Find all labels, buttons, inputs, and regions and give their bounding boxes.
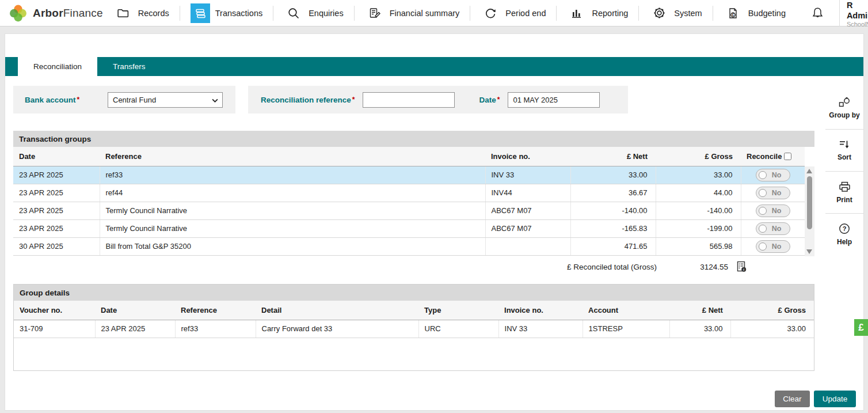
group-by-button[interactable]: Group by xyxy=(825,87,863,129)
records-folder-icon xyxy=(113,3,133,23)
cell-date: 23 APR 2025 xyxy=(95,320,175,338)
bell-icon xyxy=(811,6,824,20)
date-input[interactable] xyxy=(508,92,600,108)
table-row[interactable]: 23 APR 2025 Termly Council Narrative ABC… xyxy=(13,202,805,219)
nav-budgeting[interactable]: £ Budgeting xyxy=(713,0,796,26)
cell-reference: ref33 xyxy=(100,166,485,184)
group-details-section: Group details Voucher no. Date Reference… xyxy=(13,284,814,371)
table-row[interactable]: 23 APR 2025 ref33 INV 33 33.00 33.00 No xyxy=(13,166,805,184)
toggle-knob xyxy=(759,225,767,233)
nav-reporting-label: Reporting xyxy=(592,9,628,18)
nav-budgeting-label: Budgeting xyxy=(748,9,786,18)
col-voucher[interactable]: Voucher no. xyxy=(14,301,95,320)
col-date[interactable]: Date xyxy=(13,147,100,166)
col-nett[interactable]: £ Nett xyxy=(669,301,731,320)
reconciliation-reference-input[interactable] xyxy=(363,92,455,108)
clear-button[interactable]: Clear xyxy=(775,391,810,407)
reconciled-total-row: £ Reconciled total (Gross) 3124.55 i xyxy=(13,261,814,272)
reconcile-all-checkbox[interactable] xyxy=(784,153,791,160)
update-button[interactable]: Update xyxy=(814,391,856,407)
scroll-up-arrow[interactable] xyxy=(806,169,812,173)
col-gross[interactable]: £ Gross xyxy=(731,301,814,320)
col-invoice[interactable]: Invoice no. xyxy=(485,147,570,166)
group-by-label: Group by xyxy=(829,111,859,119)
table-scrollbar[interactable] xyxy=(805,166,814,256)
print-button[interactable]: Print xyxy=(825,171,863,213)
help-icon: ? xyxy=(839,223,850,234)
nav-period-end-label: Period end xyxy=(505,9,546,18)
cell-voucher: 31-709 xyxy=(14,320,95,338)
currency-edge-tab[interactable]: £ xyxy=(854,319,868,336)
required-asterisk: * xyxy=(77,96,80,104)
cell-date: 23 APR 2025 xyxy=(13,184,100,202)
scroll-down-arrow[interactable] xyxy=(806,249,812,254)
help-button[interactable]: ? Help xyxy=(825,213,863,255)
table-row[interactable]: 31-709 23 APR 2025 ref33 Carry Forward d… xyxy=(14,320,814,338)
col-reference[interactable]: Reference xyxy=(175,301,256,320)
transaction-groups-title: Transaction groups xyxy=(13,131,814,147)
header-right: R Administrator SchoolName Period 1 01.0… xyxy=(796,0,868,26)
cell-gross: 565.98 xyxy=(656,237,741,255)
cell-date: 23 APR 2025 xyxy=(13,219,100,237)
cell-reference: ref44 xyxy=(100,184,485,202)
user-info[interactable]: R Administrator SchoolName xyxy=(840,0,868,29)
col-reconcile: Reconcile xyxy=(741,147,805,166)
transaction-groups-table: Date Reference Invoice no. £ Nett £ Gros… xyxy=(13,147,805,256)
bank-account-value: Central Fund xyxy=(113,96,156,104)
col-invoice[interactable]: Invoice no. xyxy=(498,301,583,320)
reference-date-group: Reconciliation reference* Date* xyxy=(248,86,628,113)
notifications-button[interactable] xyxy=(796,6,839,20)
table-row[interactable]: 23 APR 2025 Termly Council Narrative ABC… xyxy=(13,219,805,237)
sort-label: Sort xyxy=(837,153,851,161)
toggle-label: No xyxy=(772,207,782,215)
nav-enquiries[interactable]: Enquiries xyxy=(273,0,353,26)
nav-reporting[interactable]: Reporting xyxy=(557,0,638,26)
tab-reconciliation[interactable]: Reconciliation xyxy=(18,57,97,76)
reconciled-total-value: 3124.55 xyxy=(665,263,728,271)
svg-text:?: ? xyxy=(843,225,847,232)
scrollbar-thumb[interactable] xyxy=(807,176,812,229)
col-nett[interactable]: £ Nett xyxy=(570,147,656,166)
period-end-cycle-icon xyxy=(481,3,500,23)
reconcile-toggle[interactable]: No xyxy=(756,204,790,217)
reconcile-toggle[interactable]: No xyxy=(756,169,790,181)
bank-account-select[interactable]: Central Fund xyxy=(108,92,223,108)
table-row[interactable]: 23 APR 2025 ref44 INV44 36.67 44.00 No xyxy=(13,184,805,202)
col-reference[interactable]: Reference xyxy=(100,147,485,166)
reconcile-toggle[interactable]: No xyxy=(756,222,790,235)
nav-system[interactable]: System xyxy=(639,0,712,26)
reconcile-toggle[interactable]: No xyxy=(756,240,790,253)
user-org: SchoolName xyxy=(847,21,868,29)
toggle-knob xyxy=(759,243,767,251)
total-info-list-icon[interactable]: i xyxy=(736,261,747,272)
col-gross[interactable]: £ Gross xyxy=(656,147,741,166)
reconciliation-reference-label: Reconciliation reference* xyxy=(248,96,355,104)
nav-transactions[interactable]: Transactions xyxy=(180,0,273,26)
nav-financial-summary-label: Financial summary xyxy=(390,9,460,18)
cell-nett: 471.65 xyxy=(570,237,656,255)
reconcile-toggle[interactable]: No xyxy=(756,187,790,199)
reconciled-total-label: £ Reconciled total (Gross) xyxy=(567,263,657,271)
nav-financial-summary[interactable]: Financial summary xyxy=(355,0,470,26)
gear-icon xyxy=(649,3,669,23)
tab-transfers[interactable]: Transfers xyxy=(97,57,161,76)
help-label: Help xyxy=(837,238,852,246)
group-details-table: Voucher no. Date Reference Detail Type I… xyxy=(14,301,814,338)
transactions-icon xyxy=(191,3,210,23)
required-asterisk: * xyxy=(497,96,500,104)
action-rail: Group by Sort Print ? Help xyxy=(825,87,863,255)
col-account[interactable]: Account xyxy=(583,301,669,320)
col-date[interactable]: Date xyxy=(95,301,175,320)
cell-gross: -140.00 xyxy=(656,202,741,219)
col-type[interactable]: Type xyxy=(418,301,498,320)
budgeting-pound-doc-icon: £ xyxy=(724,3,743,23)
cell-date: 23 APR 2025 xyxy=(13,202,100,219)
top-header: ArborFinance Records Transactions xyxy=(0,0,868,26)
nav-period-end[interactable]: Period end xyxy=(470,0,556,26)
cell-gross: 44.00 xyxy=(656,184,741,202)
col-detail[interactable]: Detail xyxy=(256,301,418,320)
table-row[interactable]: 30 APR 2025 Bill from Total G&P 35200 47… xyxy=(13,237,805,255)
sort-button[interactable]: Sort xyxy=(825,129,863,171)
app-logo[interactable]: ArborFinance xyxy=(0,4,103,22)
nav-records[interactable]: Records xyxy=(103,0,180,26)
